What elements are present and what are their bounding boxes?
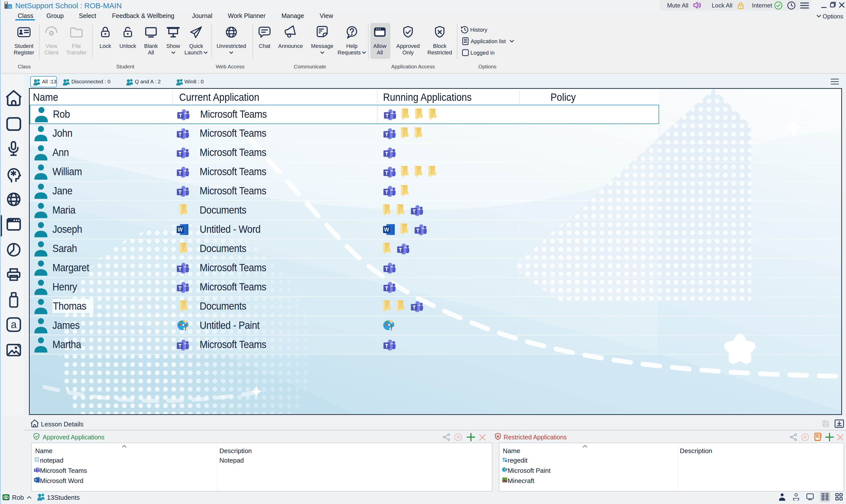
svg-text:a: a xyxy=(11,319,17,330)
svg-text:s: s xyxy=(9,4,11,9)
